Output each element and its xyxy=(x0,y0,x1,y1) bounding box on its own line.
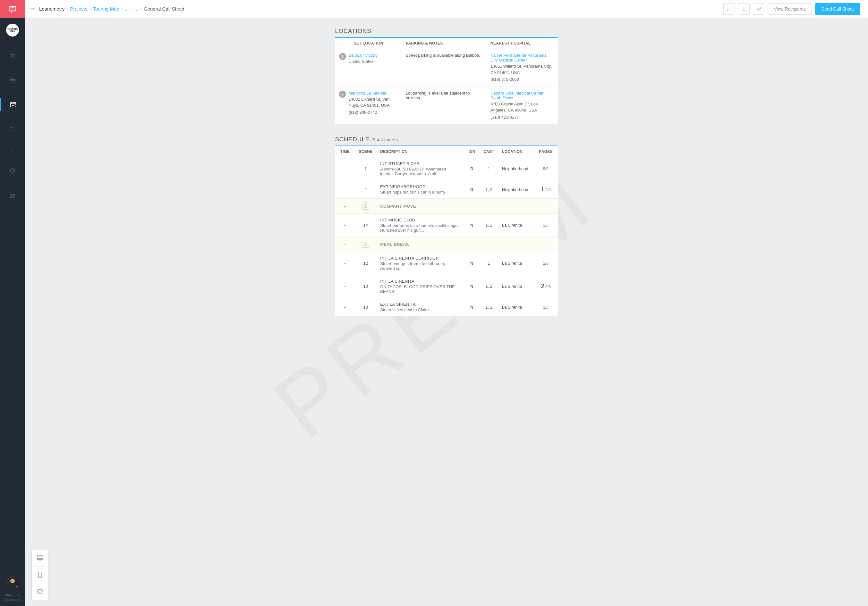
sidebar: TOURING MAN · MADE BY Leanometry xyxy=(0,18,25,324)
hospital-address: 13651 Willard St, Panorama City, CA 9140… xyxy=(490,63,554,76)
sliders-icon xyxy=(9,192,16,199)
scene-title: INT STUART'S CAR xyxy=(380,161,460,166)
download-icon xyxy=(741,6,746,12)
breadcrumb-ellipsis[interactable]: ... xyxy=(125,6,129,12)
chevron-right-icon: › xyxy=(140,6,142,12)
breadcrumb-project[interactable]: Touring Man xyxy=(93,6,119,12)
scene-time: – xyxy=(335,214,355,237)
schedule-row: – 1 INT STUART'S CAR A worn-out, '93 CAM… xyxy=(335,157,558,181)
note-icon xyxy=(362,241,369,248)
sidebar-item-contacts[interactable] xyxy=(0,49,25,62)
scene-cast: 1, 2 xyxy=(479,275,498,298)
scene-location: La Sirenita xyxy=(498,252,534,275)
scene-location: La Sirenita xyxy=(498,298,534,316)
schedule-row: – 12 INT LA SIRENITA CORRIDOR Stuart eme… xyxy=(335,252,558,275)
break-label: COMPANY MOVE xyxy=(376,199,558,214)
locations-table: SET LOCATION PARKING & NOTES NEAREST HOS… xyxy=(335,37,558,124)
topbar: Leanometry › Projects › Touring Man › ..… xyxy=(25,0,868,18)
location-row: 1 Balboa / Victory United States Street … xyxy=(335,49,558,87)
sidebar-item-locations[interactable] xyxy=(0,165,25,178)
breadcrumb-current: General Call Sheet xyxy=(144,6,184,12)
scene-number: 10 xyxy=(355,275,376,298)
sidebar-item-settings[interactable] xyxy=(0,189,25,202)
svg-point-17 xyxy=(11,197,12,198)
scene-cast: 1, 2 xyxy=(479,214,498,237)
edit-button[interactable] xyxy=(723,3,735,15)
scene-dn: N xyxy=(464,214,479,237)
hospital-name-link[interactable]: Kaiser Permanente Panorama City Medical … xyxy=(490,53,554,62)
svg-point-13 xyxy=(11,194,12,195)
sidebar-item-calendar[interactable] xyxy=(0,98,25,111)
scene-time: – xyxy=(335,252,355,275)
location-name-link[interactable]: Balboa / Victory xyxy=(349,53,398,58)
breadcrumb-projects[interactable]: Projects xyxy=(70,6,87,12)
folder-icon xyxy=(9,125,16,132)
svg-point-2 xyxy=(11,54,13,56)
col-cast: CAST xyxy=(479,146,498,157)
col-scene: SCENE xyxy=(355,146,376,157)
scene-number: 14 xyxy=(355,214,376,237)
scene-dn: D xyxy=(464,181,479,199)
breadcrumb-ellipsis[interactable]: ... xyxy=(134,6,138,12)
scene-time: – xyxy=(335,298,355,316)
scene-dn: N xyxy=(464,275,479,298)
chevron-right-icon: › xyxy=(130,6,132,12)
col-description: DESCRIPTION xyxy=(376,146,464,157)
sidebar-item-files[interactable] xyxy=(0,122,25,135)
location-row: 2 Mariscos La Sirenita 14032 Oxnard St, … xyxy=(335,87,558,124)
scene-pages: 1 3/8 xyxy=(534,181,558,199)
pin-icon xyxy=(9,168,16,175)
hospital-address: 8700 Gracie Allen Dr, Los Angeles, CA 90… xyxy=(490,101,554,113)
schedule-row: – 13 EXT LA SIRENITA Stuart slides next … xyxy=(335,298,558,316)
schedule-break-row: – MEAL BREAK xyxy=(335,237,558,252)
project-avatar[interactable]: TOURING MAN xyxy=(6,24,19,37)
scene-title: EXT LA SIRENITA xyxy=(380,302,460,307)
location-parking: Lot parking is available adjacent to bui… xyxy=(402,87,487,124)
svg-point-11 xyxy=(12,170,14,172)
location-name-link[interactable]: Mariscos La Sirenita xyxy=(349,91,398,96)
link-icon xyxy=(756,6,761,12)
download-button[interactable] xyxy=(738,3,750,15)
scene-dn: N xyxy=(464,252,479,275)
svg-rect-5 xyxy=(10,79,16,81)
scene-pages: 2 6/8 xyxy=(534,275,558,298)
break-time: – xyxy=(335,237,355,252)
scene-cast: 1, 2 xyxy=(479,181,498,199)
scene-time: – xyxy=(335,157,355,181)
sidebar-item-breakdown[interactable] xyxy=(0,74,25,87)
locations-header: LOCATIONS xyxy=(335,28,558,35)
breadcrumb: Leanometry › Projects › Touring Man › ..… xyxy=(39,6,184,12)
scene-pages: 5/8 xyxy=(534,157,558,181)
svg-point-15 xyxy=(13,195,14,196)
schedule-row: – 2 EXT NEIGHBORHOOD Stuart hops out of … xyxy=(335,181,558,199)
app-logo[interactable] xyxy=(0,0,25,18)
send-call-sheet-button[interactable]: Send Call Sheet xyxy=(815,3,860,15)
people-icon xyxy=(9,52,16,59)
scene-location: Neighborhood xyxy=(498,157,534,181)
view-recipients-button[interactable]: View Recipients xyxy=(767,3,812,15)
svg-rect-7 xyxy=(10,102,16,107)
calendar-check-icon xyxy=(9,101,17,108)
location-number-badge: 2 xyxy=(339,91,346,98)
chevron-right-icon: › xyxy=(121,6,123,12)
schedule-page-count: (5 4/8 pages) xyxy=(372,138,398,142)
svg-rect-6 xyxy=(10,81,16,82)
scene-location: La Sirenita xyxy=(498,275,534,298)
col-location: LOCATION xyxy=(498,146,534,157)
schedule-break-row: – COMPANY MOVE xyxy=(335,199,558,214)
scene-description: Stuart slides next to Claire. xyxy=(380,307,460,312)
scene-location: La Sirenita xyxy=(498,214,534,237)
scene-description: ON TACOS. BLOOD DRIPS OVER THE BEANS. xyxy=(380,284,460,294)
note-icon xyxy=(362,203,369,210)
hospital-name-link[interactable]: Cedars Sinai Medical Center South Tower xyxy=(490,91,554,100)
menu-collapse-icon[interactable] xyxy=(29,5,35,12)
scene-number: 12 xyxy=(355,252,376,275)
break-time: – xyxy=(335,199,355,214)
break-icon-cell xyxy=(355,199,376,214)
breadcrumb-root: Leanometry xyxy=(39,6,65,12)
scene-location: Neighborhood xyxy=(498,181,534,199)
location-phone: (818) 908-0742 xyxy=(349,109,398,116)
scene-description: Stuart performs on a humble, spotlit sta… xyxy=(380,223,460,233)
scene-pages: 2/8 xyxy=(534,252,558,275)
share-link-button[interactable] xyxy=(753,3,764,15)
